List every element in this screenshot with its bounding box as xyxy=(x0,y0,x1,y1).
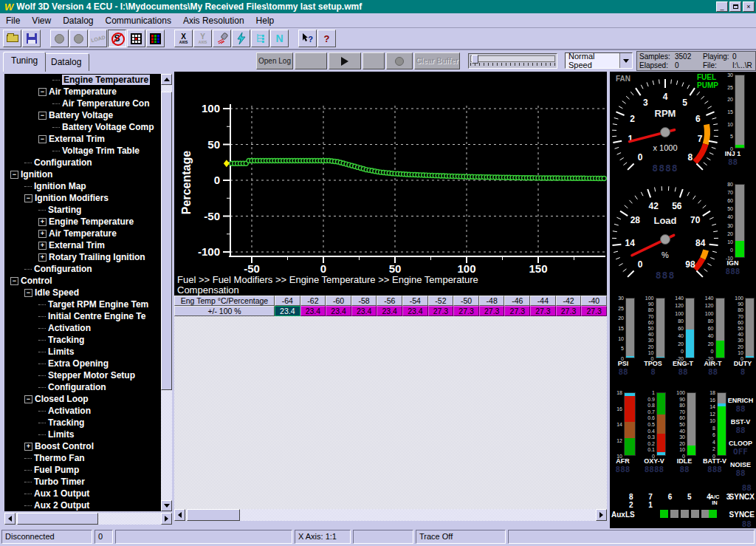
tree-item-external-trim[interactable]: +External Trim xyxy=(4,239,161,251)
value-cell[interactable]: 27.3 xyxy=(581,306,607,316)
tree-item-limits[interactable]: Limits xyxy=(4,429,161,440)
tab-tuning[interactable]: Tuning xyxy=(3,52,46,72)
collapse-icon[interactable]: − xyxy=(38,135,47,143)
tree-item-ignition-map[interactable]: Ignition Map xyxy=(4,180,161,192)
slider-thumb[interactable] xyxy=(472,55,478,64)
tree-item-engine-temperature[interactable]: Engine Temperature xyxy=(4,74,161,86)
trace-pen-button[interactable] xyxy=(213,30,231,47)
tree-item-voltage-trim-table[interactable]: Voltage Trim Table xyxy=(4,145,161,157)
temp-header-cell[interactable]: -50 xyxy=(453,296,479,306)
tree-item-fuel-pump[interactable]: Fuel Pump xyxy=(4,464,161,476)
menu-axis-resolution[interactable]: Axis Resolution xyxy=(177,14,250,27)
tree-item-aux-2-output[interactable]: Aux 2 Output xyxy=(4,499,161,511)
value-cell[interactable]: 23.4 xyxy=(377,306,402,316)
menu-communications[interactable]: Communications xyxy=(100,14,177,27)
temp-header-cell[interactable]: -56 xyxy=(377,296,402,306)
tree-item-activation[interactable]: Activation xyxy=(4,405,161,417)
selected-value-cell[interactable]: 23.4 xyxy=(275,306,300,316)
chart-hscroll-thumb[interactable] xyxy=(187,509,240,521)
collapse-icon[interactable]: − xyxy=(24,194,32,202)
value-cell[interactable]: 23.4 xyxy=(300,306,326,316)
maximize-button[interactable] xyxy=(729,1,741,12)
scroll-right-button[interactable] xyxy=(161,513,172,525)
value-cell[interactable]: 27.3 xyxy=(428,306,454,316)
color-grid-button[interactable] xyxy=(146,30,165,47)
playback-position-slider[interactable] xyxy=(468,53,557,69)
tree-item-starting[interactable]: Starting xyxy=(4,204,161,216)
tree-item-closed-loop[interactable]: −Closed Loop xyxy=(4,393,161,405)
scroll-down-button[interactable] xyxy=(161,500,172,511)
collapse-icon[interactable]: − xyxy=(38,88,47,96)
record-button-2[interactable] xyxy=(69,30,88,47)
tree-item-ignition-modifiers[interactable]: −Ignition Modifiers xyxy=(4,192,161,204)
tree-item-battery-voltage-comp[interactable]: Battery Voltage Comp xyxy=(4,121,161,133)
value-cell[interactable]: 27.3 xyxy=(504,306,530,316)
temp-header-cell[interactable]: -46 xyxy=(504,296,530,306)
tree-item-configuration[interactable]: Configuration xyxy=(4,157,161,168)
tree-item-configuration[interactable]: Configuration xyxy=(4,263,161,275)
record-button[interactable] xyxy=(386,52,413,69)
power-button[interactable] xyxy=(232,30,250,47)
value-cell[interactable]: 23.4 xyxy=(402,306,428,316)
expand-icon[interactable]: + xyxy=(38,242,47,250)
notes-button[interactable]: N xyxy=(270,30,289,47)
temp-header-cell[interactable]: -60 xyxy=(326,296,351,306)
tree-item-aux-1-output[interactable]: Aux 1 Output xyxy=(4,488,161,499)
scroll-left-button[interactable] xyxy=(174,509,185,521)
menu-view[interactable]: View xyxy=(26,14,57,27)
tree-item-idle-speed[interactable]: −Idle Speed xyxy=(4,287,161,298)
tree-item-air-temperature-con[interactable]: Air Temperature Con xyxy=(4,98,161,109)
collapse-icon[interactable]: − xyxy=(24,289,32,297)
collapse-icon[interactable]: − xyxy=(38,112,47,120)
temp-header-cell[interactable]: -62 xyxy=(300,296,326,306)
value-cell[interactable]: 27.3 xyxy=(556,306,582,316)
temp-header-cell[interactable]: -58 xyxy=(351,296,377,306)
tree-item-tracking[interactable]: Tracking xyxy=(4,334,161,346)
tree-item-thermo-fan[interactable]: Thermo Fan xyxy=(4,452,161,464)
y-axis-button[interactable]: YAXIS xyxy=(193,30,212,47)
close-button[interactable]: × xyxy=(743,1,755,12)
chart-horizontal-scrollbar[interactable] xyxy=(174,509,607,521)
tree-item-tracking[interactable]: Tracking xyxy=(4,417,161,429)
tree-item-boost-control[interactable]: +Boost Control xyxy=(4,440,161,452)
collapse-icon[interactable]: − xyxy=(10,277,18,285)
expand-icon[interactable]: + xyxy=(24,443,32,451)
menu-help[interactable]: Help xyxy=(250,14,281,27)
collapse-icon[interactable]: − xyxy=(10,171,18,179)
scroll-left-button[interactable] xyxy=(4,513,16,525)
parameter-list-button[interactable] xyxy=(251,30,269,47)
tree-item-limits[interactable]: Limits xyxy=(4,346,161,358)
comms-disabled-button[interactable]: S xyxy=(108,30,126,47)
title-bar[interactable]: W Wolf 3D Version 4 ECU - I:\Mydocuments… xyxy=(0,0,756,13)
menu-datalog[interactable]: Datalog xyxy=(57,14,99,27)
temp-header-cell[interactable]: -54 xyxy=(402,296,428,306)
tree-item-ignition[interactable]: −Ignition xyxy=(4,168,161,180)
grid-view-button[interactable] xyxy=(127,30,145,47)
tree-item-air-temperature[interactable]: +Air Temperature xyxy=(4,228,161,239)
temp-header-cell[interactable]: -64 xyxy=(275,296,300,306)
tree-item-target-rpm-engine-tem[interactable]: Target RPM Engine Tem xyxy=(4,298,161,310)
pause-button[interactable] xyxy=(362,52,385,69)
record-button-1[interactable] xyxy=(50,30,69,47)
tree-item-engine-temperature[interactable]: +Engine Temperature xyxy=(4,216,161,228)
temp-header-cell[interactable]: -52 xyxy=(428,296,454,306)
temp-header-cell[interactable]: -42 xyxy=(556,296,582,306)
expand-icon[interactable]: + xyxy=(38,253,47,262)
tree-item-turbo-timer[interactable]: Turbo Timer xyxy=(4,476,161,488)
temp-header-cell[interactable]: -48 xyxy=(479,296,505,306)
play-button[interactable] xyxy=(329,52,361,69)
scroll-right-button[interactable] xyxy=(596,509,607,521)
speed-dropdown-button[interactable] xyxy=(619,53,632,68)
save-file-button[interactable] xyxy=(22,30,41,47)
collapse-icon[interactable]: − xyxy=(24,395,32,403)
tree-item-external-trim[interactable]: −External Trim xyxy=(4,133,161,145)
playback-speed-select[interactable]: Normal Speed xyxy=(565,52,633,69)
value-cell[interactable]: 27.3 xyxy=(530,306,556,316)
tree-item-configuration[interactable]: Configuration xyxy=(4,381,161,393)
value-cell[interactable]: 27.3 xyxy=(453,306,479,316)
tree-item-activation[interactable]: Activation xyxy=(4,322,161,334)
value-cell[interactable]: 27.3 xyxy=(479,306,505,316)
minimize-button[interactable]: _ xyxy=(716,1,728,12)
scroll-up-button[interactable] xyxy=(161,74,172,85)
stop-button[interactable] xyxy=(295,52,327,69)
